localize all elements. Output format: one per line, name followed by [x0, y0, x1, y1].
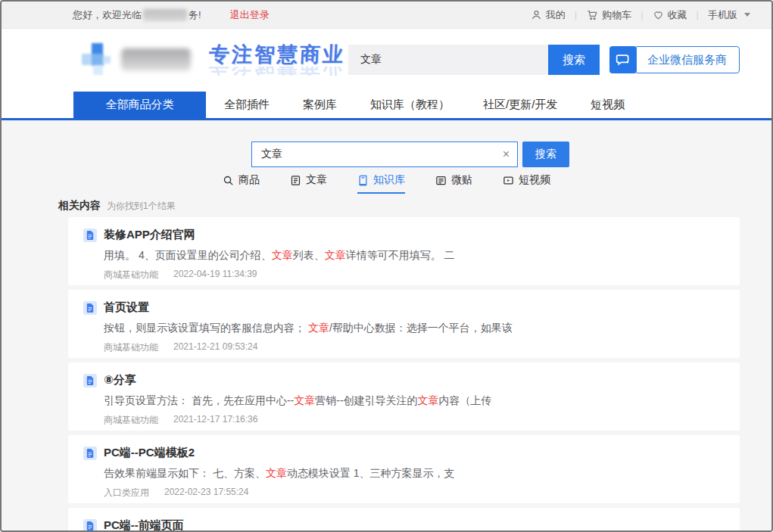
- greeting-suffix: 务!: [189, 8, 201, 22]
- nav-item-2[interactable]: 知识库（教程）: [370, 98, 450, 112]
- cart-icon: [586, 9, 598, 20]
- document-icon: [83, 301, 97, 315]
- result-title[interactable]: ⑧分享: [104, 373, 136, 387]
- result-title[interactable]: PC端--PC端模板2: [104, 446, 195, 460]
- logout-link[interactable]: 退出登录: [230, 8, 270, 22]
- result-title-row: ⑧分享: [83, 373, 725, 387]
- slogan-reflection: 专注智慧商业: [209, 67, 346, 76]
- result-search-bar: × 搜索: [251, 142, 569, 167]
- document-icon: [83, 446, 97, 460]
- tab-文章[interactable]: 文章: [290, 173, 327, 194]
- nav-all-categories[interactable]: 全部商品分类: [73, 92, 206, 118]
- result-category: 商城基础功能: [104, 269, 158, 282]
- nav-items: 全部插件案例库知识库（教程）社区/更新/开发短视频: [224, 92, 625, 118]
- clear-search-icon[interactable]: ×: [503, 147, 510, 162]
- topbar-separator: |: [641, 9, 643, 20]
- topbar: 您好，欢迎光临 务! 退出登录 我的|购物车|收藏|手机版: [2, 2, 771, 29]
- knowledge-icon: [357, 175, 369, 186]
- result-title[interactable]: 首页设置: [104, 300, 149, 315]
- video-icon: [503, 175, 514, 186]
- result-meta: 商城基础功能2022-04-19 11:34:39: [104, 269, 725, 282]
- caret-down-icon: [744, 13, 750, 17]
- nav-item-4[interactable]: 短视频: [591, 98, 625, 112]
- document-icon: [83, 374, 97, 387]
- slogan-text: 专注智慧商业: [208, 45, 345, 65]
- result-snippet: 告效果前端显示如下： 七、方案、文章动态模块设置 1、三种方案显示，支: [104, 467, 725, 481]
- results-heading: 相关内容 为你找到1个结果: [58, 199, 176, 213]
- result-meta: 商城基础功能2021-12-17 17:16:36: [104, 414, 725, 427]
- result-title[interactable]: 装修APP介绍官网: [104, 228, 195, 242]
- main-content: × 搜索 商品文章知识库微贴短视频 相关内容 为你找到1个结果 装修APP介绍官…: [2, 120, 771, 530]
- result-search-input[interactable]: [252, 142, 517, 166]
- greeting-prefix: 您好，欢迎光临: [73, 8, 142, 22]
- tab-label: 短视频: [519, 173, 550, 187]
- topbar-separator: |: [575, 9, 577, 20]
- results-count: 为你找到1个结果: [107, 200, 176, 213]
- result-card[interactable]: PC端--前端页面: [68, 508, 740, 532]
- result-title[interactable]: PC端--前端页面: [104, 518, 184, 532]
- tab-商品[interactable]: 商品: [223, 173, 260, 194]
- topbar-link-label: 购物车: [602, 8, 631, 22]
- result-category: 商城基础功能: [104, 341, 158, 354]
- result-meta: 入口类应用2022-02-23 17:55:24: [104, 487, 725, 499]
- logo-text-blurred: [121, 48, 191, 71]
- result-date: 2022-02-23 17:55:24: [164, 487, 248, 499]
- topbar-links: 我的|购物车|收藏|手机版: [531, 8, 750, 22]
- tab-label: 微贴: [451, 173, 472, 187]
- result-card[interactable]: PC端--PC端模板2告效果前端显示如下： 七、方案、文章动态模块设置 1、三种…: [68, 435, 740, 503]
- wechat-button-label: 企业微信服务商: [634, 46, 740, 73]
- result-snippet: 按钮，则显示该设置填写的客服信息内容； 文章/帮助中心数据：选择一个平台，如果该: [104, 322, 725, 335]
- nav-item-0[interactable]: 全部插件: [224, 98, 270, 112]
- result-card[interactable]: 首页设置按钮，则显示该设置填写的客服信息内容； 文章/帮助中心数据：选择一个平台…: [68, 290, 740, 358]
- result-title-row: 装修APP介绍官网: [83, 228, 725, 242]
- site-header: 专注智慧商业 专注智慧商业 搜索 企业微信服务商: [2, 29, 771, 92]
- result-title-row: 首页设置: [83, 300, 725, 315]
- topbar-link-mobile-version[interactable]: 手机版: [708, 8, 750, 22]
- result-search-button[interactable]: 搜索: [522, 142, 569, 167]
- topbar-link-cart[interactable]: 购物车: [586, 8, 631, 22]
- blurred-store-name: [143, 9, 187, 21]
- nav-item-3[interactable]: 社区/更新/开发: [483, 98, 557, 112]
- result-snippet: 引导页设置方法： 首先，先在应用中心--文章营销--创建引导关注的文章内容（上传: [104, 394, 725, 408]
- header-search-input[interactable]: [348, 45, 548, 75]
- result-category: 入口类应用: [104, 487, 149, 499]
- result-category: 商城基础功能: [104, 414, 158, 427]
- result-title-row: PC端--PC端模板2: [83, 446, 725, 460]
- slogan: 专注智慧商业 专注智慧商业: [209, 45, 345, 76]
- topbar-link-my-account[interactable]: 我的: [531, 8, 566, 22]
- document-icon: [83, 519, 97, 532]
- topbar-link-label: 收藏: [668, 8, 687, 22]
- greeting-text: 您好，欢迎光临 务!: [73, 8, 201, 22]
- result-list: 装修APP介绍官网用填。 4、页面设置里的公司介绍、文章列表、文章详情等可不用填…: [68, 217, 740, 532]
- header-search-button[interactable]: 搜索: [548, 45, 600, 75]
- tab-label: 知识库: [373, 173, 405, 187]
- result-card[interactable]: ⑧分享引导页设置方法： 首先，先在应用中心--文章营销--创建引导关注的文章内容…: [68, 362, 740, 431]
- tab-短视频[interactable]: 短视频: [503, 173, 550, 194]
- post-icon: [435, 175, 447, 186]
- header-search: 搜索: [348, 45, 600, 75]
- topbar-link-label: 手机版: [708, 8, 737, 22]
- result-card[interactable]: 装修APP介绍官网用填。 4、页面设置里的公司介绍、文章列表、文章详情等可不用填…: [68, 217, 740, 285]
- article-icon: [290, 175, 301, 186]
- tab-知识库[interactable]: 知识库: [357, 173, 405, 194]
- result-search-box: ×: [251, 142, 518, 167]
- search-icon: [223, 175, 234, 186]
- topbar-separator: |: [697, 9, 699, 20]
- tab-微贴[interactable]: 微贴: [435, 173, 472, 194]
- document-icon: [83, 229, 97, 242]
- browser-window: 您好，欢迎光临 务! 退出登录 我的|购物车|收藏|手机版 专注智慧商业 专注智…: [0, 0, 773, 532]
- result-title-row: PC端--前端页面: [83, 518, 725, 532]
- tab-label: 文章: [306, 173, 327, 187]
- result-type-tabs: 商品文章知识库微贴短视频: [2, 173, 771, 194]
- main-nav: 全部商品分类 全部插件案例库知识库（教程）社区/更新/开发短视频: [2, 92, 771, 118]
- result-meta: 商城基础功能2021-12-21 09:53:24: [104, 341, 725, 354]
- wechat-chat-icon: [609, 46, 637, 73]
- topbar-link-favorites[interactable]: 收藏: [653, 8, 687, 22]
- wechat-service-button[interactable]: 企业微信服务商: [609, 46, 740, 73]
- result-date: 2021-12-21 09:53:24: [173, 341, 257, 354]
- site-logo[interactable]: 专注智慧商业 专注智慧商业: [82, 41, 345, 79]
- topbar-link-label: 我的: [546, 8, 566, 22]
- nav-item-1[interactable]: 案例库: [303, 98, 337, 112]
- result-snippet: 用填。 4、页面设置里的公司介绍、文章列表、文章详情等可不用填写。 二: [104, 249, 725, 263]
- tab-label: 商品: [238, 173, 260, 187]
